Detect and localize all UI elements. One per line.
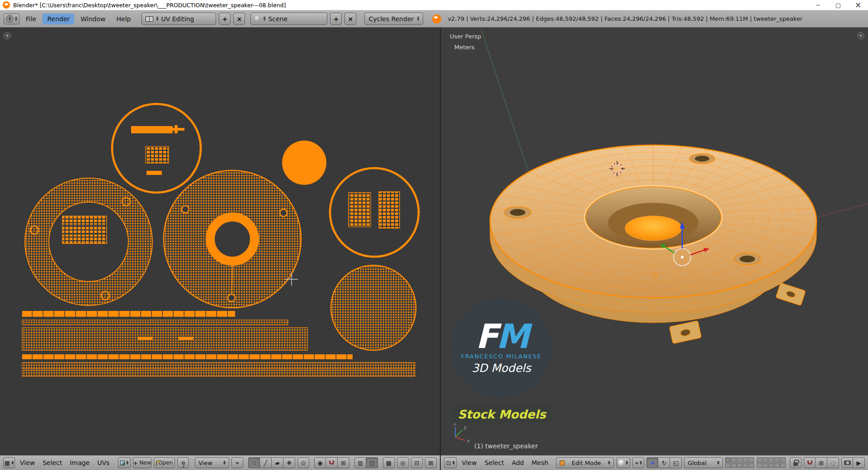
layer-cell[interactable] bbox=[731, 463, 736, 468]
scale-icon: ◱ bbox=[673, 460, 679, 466]
editor-type-button[interactable]: ⊡ ▲▼ bbox=[444, 457, 457, 468]
tweeter-dome[interactable] bbox=[625, 216, 681, 240]
menu-window[interactable]: Window bbox=[76, 14, 110, 24]
uv-island-solid-circle[interactable] bbox=[282, 141, 326, 185]
uv-select-face-button[interactable]: ▰ bbox=[272, 457, 283, 468]
maximize-button[interactable]: ▢ bbox=[828, 0, 848, 10]
mounting-tab[interactable] bbox=[776, 283, 806, 306]
layer-cell[interactable] bbox=[763, 457, 768, 462]
screen-layout-selector[interactable]: ▲▼ UV Editing bbox=[142, 13, 216, 25]
uv-stretch-display-button[interactable]: ◫ bbox=[366, 457, 378, 468]
snap-toggle-button[interactable] bbox=[804, 457, 816, 468]
viewport-shading-button[interactable]: ▲▼ bbox=[616, 457, 630, 468]
layer-cell[interactable] bbox=[774, 463, 780, 468]
layer-cell[interactable] bbox=[757, 457, 762, 462]
new-image-button[interactable]: + New bbox=[133, 457, 151, 468]
proportional-edit-button[interactable]: ◉ bbox=[314, 457, 326, 468]
uv-pivot-dropdown[interactable]: View ▲▼ bbox=[195, 457, 229, 468]
uv-menu-select[interactable]: Select bbox=[40, 458, 65, 468]
viewport-canvas-area[interactable]: x y z User Persp Meters (1) tweeter_spea… bbox=[441, 28, 868, 455]
uv-paint-slots-button[interactable]: ⊟ bbox=[411, 457, 423, 468]
delete-scene-button[interactable]: × bbox=[344, 13, 356, 25]
image-datablock-button[interactable]: ▲▼ bbox=[118, 457, 131, 468]
scale-manipulator-button[interactable]: ◱ bbox=[670, 457, 682, 468]
layer-cell[interactable] bbox=[749, 457, 754, 462]
panel-toggle-plus-icon[interactable]: + bbox=[857, 32, 864, 39]
opengl-render-group: ▶ bbox=[841, 457, 865, 468]
uv-select-vertex-button[interactable]: ∷ bbox=[248, 457, 260, 468]
uv-canvas[interactable] bbox=[0, 28, 440, 455]
delete-screen-layout-button[interactable]: × bbox=[233, 13, 245, 25]
layer-cell[interactable] bbox=[780, 457, 786, 462]
orientation-dropdown[interactable]: Global ▲▼ bbox=[684, 457, 723, 468]
uv-canvas-area[interactable]: + bbox=[0, 28, 440, 455]
add-screen-layout-button[interactable]: + bbox=[219, 13, 231, 25]
window-controls: ─ ▢ × bbox=[808, 0, 868, 10]
snap-target-button[interactable]: ◌ bbox=[827, 457, 839, 468]
snap-element-button[interactable]: ⊞ bbox=[338, 457, 349, 468]
info-editor-type-button[interactable]: i ▲▼ bbox=[4, 14, 19, 24]
chevron-updown-icon: ▲▼ bbox=[417, 16, 419, 21]
menu-render[interactable]: Render bbox=[42, 14, 74, 24]
pivot-point-button[interactable]: ⌖ ▲▼ bbox=[632, 457, 644, 468]
window-title: Blender* [C:\Users\franc\Desktop\tweeter… bbox=[13, 2, 286, 9]
mode-value: Edit Mode bbox=[571, 460, 601, 466]
opengl-render-anim-button[interactable]: ▶ bbox=[853, 457, 865, 468]
vp-menu-select[interactable]: Select bbox=[482, 458, 507, 468]
layer-cell[interactable] bbox=[743, 463, 748, 468]
lock-to-scene-button[interactable] bbox=[790, 457, 802, 468]
rotate-manipulator-button[interactable]: ↻ bbox=[658, 457, 670, 468]
image-icon bbox=[120, 461, 125, 465]
uv-select-edge-button[interactable]: ╱ bbox=[260, 457, 272, 468]
layer-cell[interactable] bbox=[737, 463, 742, 468]
vp-menu-view[interactable]: View bbox=[459, 458, 479, 468]
uv-mask-button[interactable]: ◎ bbox=[397, 457, 409, 468]
uv-island-grill-circle[interactable] bbox=[331, 265, 416, 350]
menu-help[interactable]: Help bbox=[112, 14, 135, 24]
layer-cell[interactable] bbox=[743, 457, 748, 462]
chevron-updown-icon: ▲▼ bbox=[263, 16, 265, 21]
layer-cell[interactable] bbox=[725, 463, 731, 468]
layer-cell[interactable] bbox=[749, 463, 754, 468]
mounting-tab[interactable] bbox=[670, 321, 702, 343]
layer-cell[interactable] bbox=[725, 457, 731, 462]
close-button[interactable]: × bbox=[848, 0, 868, 10]
layer-cell[interactable] bbox=[731, 457, 736, 462]
translate-manipulator-button[interactable]: + bbox=[646, 457, 658, 468]
uv-menu-view[interactable]: View bbox=[17, 458, 38, 468]
vp-menu-add[interactable]: Add bbox=[509, 458, 527, 468]
mode-dropdown[interactable]: Edit Mode ▲▼ bbox=[556, 457, 614, 468]
uv-menu-image[interactable]: Image bbox=[67, 458, 92, 468]
uv-draw-other-objects-button[interactable]: ▥ bbox=[354, 457, 366, 468]
uv-snap-cursor-button[interactable]: ⌖ bbox=[231, 457, 243, 468]
uv-render-size-button[interactable]: ▩ bbox=[383, 457, 395, 468]
uv-sticky-select-button[interactable]: ⊙ bbox=[297, 457, 309, 468]
layer-cell[interactable] bbox=[757, 463, 762, 468]
layer-cell[interactable] bbox=[769, 463, 774, 468]
layer-cell[interactable] bbox=[763, 463, 768, 468]
face-mode-icon: ▰ bbox=[275, 460, 280, 466]
edit-mode-icon bbox=[560, 461, 565, 465]
layer-cell[interactable] bbox=[780, 463, 786, 468]
snap-toggle-button[interactable] bbox=[326, 457, 338, 468]
speaker-model[interactable] bbox=[490, 145, 816, 343]
layer-cell[interactable] bbox=[737, 457, 742, 462]
opengl-render-image-button[interactable] bbox=[841, 457, 853, 468]
uv-select-island-button[interactable]: ❖ bbox=[283, 457, 295, 468]
menu-file[interactable]: File bbox=[21, 14, 41, 24]
vp-menu-mesh[interactable]: Mesh bbox=[529, 458, 551, 468]
minimize-button[interactable]: ─ bbox=[808, 0, 828, 10]
add-scene-button[interactable]: + bbox=[330, 13, 342, 25]
layer-cell[interactable] bbox=[774, 457, 780, 462]
editor-type-button[interactable]: ▦ ▲▼ bbox=[3, 457, 15, 468]
panel-toggle-plus-icon[interactable]: + bbox=[4, 32, 11, 39]
uv-menu-uvs[interactable]: UVs bbox=[94, 458, 112, 468]
open-image-button[interactable]: Open bbox=[154, 457, 175, 468]
pin-image-button[interactable] bbox=[177, 457, 189, 468]
render-engine-selector[interactable]: Cycles Render ▲▼ bbox=[364, 13, 423, 25]
camera-icon bbox=[844, 461, 851, 465]
snap-element-button[interactable]: ⊞ bbox=[816, 457, 827, 468]
scene-selector[interactable]: ▲▼ Scene bbox=[250, 13, 327, 25]
layer-cell[interactable] bbox=[769, 457, 774, 462]
uv-scopes-button[interactable]: ⊠ bbox=[425, 457, 437, 468]
